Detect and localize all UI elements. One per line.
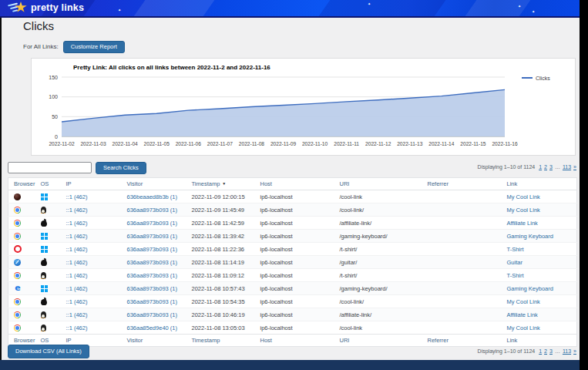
visitor-link[interactable]: 636beaaed8b3b (1): [127, 193, 177, 200]
page-link-113[interactable]: 113: [563, 164, 571, 170]
link-cell: T-Shirt: [502, 269, 577, 282]
page-link-»[interactable]: »: [573, 164, 576, 170]
pretty-link[interactable]: Gaming Keyboard: [507, 285, 553, 292]
page-link-3[interactable]: 3: [549, 164, 553, 170]
uri-cell: /cool-link/: [334, 204, 422, 217]
uri-cell: /affiliate-link/: [334, 217, 422, 230]
page-link-113[interactable]: 113: [563, 348, 571, 354]
visitor-link[interactable]: 636aa8973b093 (1): [127, 259, 177, 266]
column-header-referrer[interactable]: Referrer: [422, 335, 502, 347]
visitor-link[interactable]: 636aa8973b093 (1): [127, 272, 177, 279]
column-header-uri[interactable]: URI: [334, 335, 422, 347]
referrer-cell: [422, 190, 502, 204]
linux-os-icon: [41, 272, 46, 279]
visitor-link[interactable]: 636aa8973b093 (1): [127, 246, 177, 253]
column-header-visitor[interactable]: Visitor: [122, 335, 186, 347]
customize-report-button[interactable]: Customize Report: [63, 41, 125, 53]
page-link-1[interactable]: 1: [539, 348, 542, 354]
column-header-ip[interactable]: IP: [61, 178, 122, 190]
pretty-link[interactable]: Gaming Keyboard: [507, 233, 553, 240]
ip-link[interactable]: ::1 (462): [66, 311, 88, 318]
ip-cell: ::1 (462): [61, 217, 122, 230]
ip-link[interactable]: ::1 (462): [66, 285, 88, 292]
column-header-host[interactable]: Host: [255, 335, 334, 347]
browser-cell: [8, 217, 35, 230]
pretty-link[interactable]: My Cool Link: [507, 298, 540, 305]
column-header-timestamp[interactable]: Timestamp: [186, 335, 255, 347]
download-csv-button[interactable]: Download CSV (All Links): [8, 345, 89, 358]
pretty-link[interactable]: T-Shirt: [507, 246, 524, 253]
column-header-link[interactable]: Link: [502, 178, 577, 190]
referrer-cell: [422, 269, 502, 282]
visitor-link[interactable]: 636aa8973b093 (1): [127, 285, 177, 292]
pretty-link[interactable]: Guitar: [507, 259, 522, 266]
svg-text:2022-11-16: 2022-11-16: [492, 141, 518, 146]
browser-cell: [8, 321, 35, 335]
host-cell: ip6-localhost: [255, 282, 334, 295]
chart-title: Pretty Link: All clicks on all links bet…: [73, 64, 270, 71]
svg-text:2022-11-10: 2022-11-10: [302, 141, 328, 146]
visitor-link[interactable]: 636aa8973b093 (1): [127, 311, 177, 318]
column-header-os[interactable]: OS: [35, 178, 61, 190]
visitor-link[interactable]: 636aa8973b093 (1): [127, 298, 177, 305]
visitor-link[interactable]: 636aa8973b093 (1): [127, 207, 177, 214]
page-link-1[interactable]: 1: [539, 164, 542, 170]
pretty-link[interactable]: My Cool Link: [507, 325, 540, 331]
ip-link[interactable]: ::1 (462): [66, 220, 88, 227]
column-header-uri[interactable]: URI: [334, 178, 422, 190]
timestamp-cell: 2022-11-08 11:42:59: [186, 217, 255, 230]
visitor-link[interactable]: 636aa85ed9e40 (1): [127, 325, 177, 331]
link-cell: Gaming Keyboard: [502, 230, 577, 243]
timestamp-cell: 2022-11-08 11:39:42: [186, 230, 255, 243]
referrer-cell: [422, 204, 502, 217]
sparkle-icon: ✦: [532, 10, 535, 14]
page-link-2[interactable]: 2: [544, 164, 547, 170]
ip-link[interactable]: ::1 (462): [66, 259, 88, 266]
uri-cell: /gaming-keyboard/: [334, 282, 422, 295]
ip-cell: ::1 (462): [61, 269, 122, 282]
column-header-link[interactable]: Link: [502, 335, 577, 347]
ip-cell: ::1 (462): [61, 190, 122, 204]
ip-link[interactable]: ::1 (462): [66, 298, 88, 305]
ip-link[interactable]: ::1 (462): [66, 233, 88, 240]
search-input[interactable]: [8, 162, 92, 173]
referrer-cell: [422, 217, 502, 230]
visitor-link[interactable]: 636aa8973b093 (1): [127, 233, 177, 240]
visitor-cell: 636aa8973b093 (1): [122, 282, 186, 295]
page-link-»[interactable]: »: [573, 348, 576, 354]
ip-link[interactable]: ::1 (462): [66, 207, 88, 214]
page-link-2[interactable]: 2: [544, 348, 547, 354]
column-header-referrer[interactable]: Referrer: [422, 178, 502, 190]
svg-text:2022-11-09: 2022-11-09: [270, 141, 297, 146]
ip-link[interactable]: ::1 (462): [66, 193, 88, 200]
referrer-cell: [422, 256, 502, 269]
column-header-visitor[interactable]: Visitor: [122, 178, 186, 190]
os-cell: [35, 243, 61, 256]
link-cell: Affiliate Link: [502, 308, 577, 321]
pagination-ellipsis: …: [555, 164, 560, 170]
column-header-browser[interactable]: Browser: [8, 178, 35, 190]
page-link-3[interactable]: 3: [549, 348, 553, 354]
timestamp-cell: 2022-11-08 11:09:12: [186, 269, 255, 282]
table-row: ::1 (462)636aa8973b093 (1)2022-11-08 11:…: [8, 269, 577, 282]
displaying-text: Displaying 1–10 of 1124: [478, 348, 536, 354]
logo-swoosh-icon: [8, 2, 18, 13]
visitor-cell: 636aa8973b093 (1): [122, 308, 186, 321]
ip-link[interactable]: ::1 (462): [66, 246, 88, 253]
pretty-link[interactable]: My Cool Link: [507, 207, 540, 214]
referrer-cell: [422, 243, 502, 256]
ip-link[interactable]: ::1 (462): [66, 272, 88, 279]
column-header-timestamp[interactable]: Timestamp▼: [186, 178, 255, 190]
search-clicks-button[interactable]: Search Clicks: [96, 162, 146, 174]
ip-cell: ::1 (462): [61, 308, 122, 321]
pretty-link[interactable]: Affiliate Link: [507, 311, 538, 318]
visitor-link[interactable]: 636aa8973b093 (1): [127, 220, 177, 227]
report-row: For All Links: Customize Report: [23, 41, 125, 53]
ip-cell: ::1 (462): [61, 256, 122, 269]
pretty-link[interactable]: My Cool Link: [507, 193, 540, 200]
pretty-link[interactable]: Affiliate Link: [507, 220, 538, 227]
column-header-host[interactable]: Host: [255, 178, 334, 190]
ip-link[interactable]: ::1 (462): [66, 325, 88, 331]
banner-streak: [315, 0, 448, 18]
pretty-link[interactable]: T-Shirt: [507, 272, 524, 279]
